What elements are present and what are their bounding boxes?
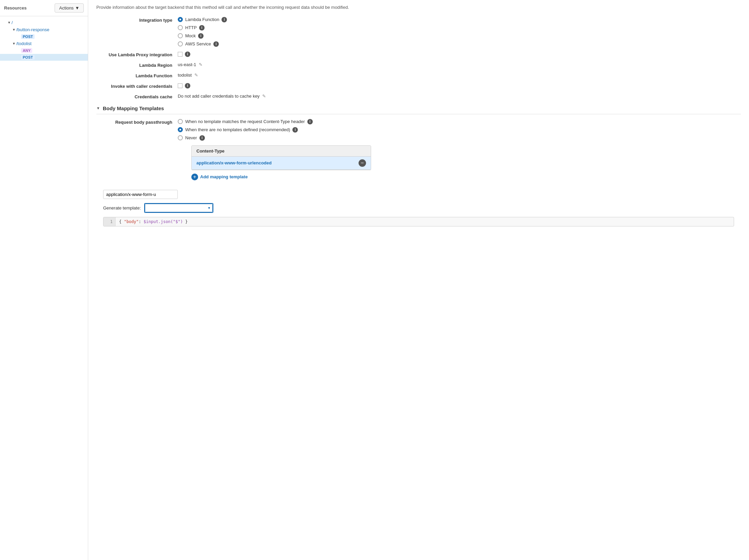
content-type-table-header: Content-Type — [192, 146, 371, 157]
lambda-proxy-label: Use Lambda Proxy integration — [96, 52, 178, 57]
body-mapping-section-title: ▼ Body Mapping Templates — [96, 105, 741, 114]
radio-lambda[interactable]: Lambda Function i — [178, 17, 741, 22]
passthrough-radio-group: When no template matches the request Con… — [178, 119, 741, 141]
tree-item-button-response-post[interactable]: ▶ POST — [0, 33, 88, 40]
invoke-credentials-content: i — [178, 83, 741, 88]
code-brace-open: { — [119, 219, 124, 224]
lambda-region-content: us-east-1 ✎ — [178, 62, 741, 67]
add-template-icon: + — [191, 174, 198, 180]
code-colon: : — [139, 219, 143, 224]
lambda-region-label: Lambda Region — [96, 62, 178, 68]
info-icon-http[interactable]: i — [199, 25, 205, 31]
radio-no-match-circle — [178, 119, 183, 124]
tree-item-todolist-any[interactable]: ▶ ANY — [0, 47, 88, 54]
integration-type-radio-group: Lambda Function i HTTP i Mock i AWS Serv… — [178, 17, 741, 47]
radio-lambda-label: Lambda Function — [185, 17, 219, 22]
info-icon-passthrough2[interactable]: i — [292, 127, 298, 133]
code-input-json: $input.json("$") — [143, 219, 183, 224]
content-type-input[interactable] — [103, 190, 178, 199]
passthrough-label: Request body passthrough — [96, 119, 178, 125]
sidebar-title: Resources — [4, 5, 26, 11]
passthrough-no-match-label: When no template matches the request Con… — [185, 119, 305, 124]
main-content: Provide information about the target bac… — [88, 0, 749, 560]
radio-mock-label: Mock — [185, 33, 196, 38]
radio-http-label: HTTP — [185, 25, 197, 30]
credentials-cache-label: Credentials cache — [96, 94, 178, 99]
passthrough-option-never[interactable]: Never i — [178, 135, 741, 141]
integration-type-row: Integration type Lambda Function i HTTP … — [96, 17, 741, 47]
radio-no-template-circle — [178, 127, 183, 132]
content-type-header-label: Content-Type — [196, 148, 225, 154]
resource-tree: ▼ / ▼ /button-response ▶ POST ▼ /todolis… — [0, 16, 88, 63]
lambda-function-row: Lambda Function todolist ✎ — [96, 73, 741, 78]
passthrough-options: When no template matches the request Con… — [178, 119, 741, 180]
edit-credentials-cache-icon[interactable]: ✎ — [262, 94, 266, 99]
lambda-function-content: todolist ✎ — [178, 73, 741, 78]
info-icon-passthrough1[interactable]: i — [307, 119, 313, 124]
lambda-proxy-row: Use Lambda Proxy integration i — [96, 52, 741, 57]
lambda-proxy-checkbox[interactable] — [178, 52, 183, 57]
line-content-1[interactable]: { "body": $input.json("$") } — [116, 217, 191, 226]
code-editor: 1 { "body": $input.json("$") } — [103, 217, 734, 226]
invoke-credentials-checkbox[interactable] — [178, 83, 183, 88]
method-badge-post-selected: POST — [21, 55, 35, 60]
line-number-1: 1 — [103, 217, 116, 226]
passthrough-option-no-match[interactable]: When no template matches the request Con… — [178, 119, 741, 124]
passthrough-row: Request body passthrough When no templat… — [96, 119, 741, 180]
radio-mock[interactable]: Mock i — [178, 33, 741, 39]
invoke-credentials-label: Invoke with caller credentials — [96, 83, 178, 89]
remove-content-type-button[interactable]: − — [359, 159, 366, 167]
credentials-cache-value: Do not add caller credentials to cache k… — [178, 94, 260, 99]
info-icon-mock[interactable]: i — [198, 33, 204, 39]
lambda-function-value: todolist — [178, 73, 192, 78]
generate-template-label: Generate template: — [103, 205, 141, 211]
sidebar: Resources Actions ▼ ▼ / ▼ /button-respon… — [0, 0, 88, 560]
add-mapping-template[interactable]: + Add mapping template — [191, 174, 741, 180]
passthrough-no-template-label: When there are no templates defined (rec… — [185, 127, 290, 132]
radio-http[interactable]: HTTP i — [178, 25, 741, 31]
radio-aws-service[interactable]: AWS Service i — [178, 41, 741, 47]
radio-aws-label: AWS Service — [185, 41, 211, 46]
edit-lambda-region-icon[interactable]: ✎ — [199, 62, 203, 67]
credentials-cache-row: Credentials cache Do not add caller cred… — [96, 94, 741, 99]
tree-item-button-response[interactable]: ▼ /button-response — [0, 26, 88, 33]
method-badge-post: POST — [21, 34, 35, 39]
integration-type-label: Integration type — [96, 17, 178, 23]
section-title-text: Body Mapping Templates — [103, 105, 164, 111]
sidebar-header: Resources Actions ▼ — [0, 0, 88, 16]
actions-button[interactable]: Actions ▼ — [55, 3, 84, 13]
section-arrow-icon[interactable]: ▼ — [96, 106, 100, 110]
method-badge-any: ANY — [21, 48, 32, 53]
tree-label-button-response: /button-response — [16, 27, 85, 32]
lambda-region-row: Lambda Region us-east-1 ✎ — [96, 62, 741, 68]
info-icon-proxy[interactable]: i — [185, 52, 190, 57]
code-body-key: "body" — [124, 219, 138, 224]
code-brace-close: } — [183, 219, 188, 224]
tree-item-todolist[interactable]: ▼ /todolist — [0, 40, 88, 47]
content-type-input-section — [103, 185, 741, 199]
passthrough-never-label: Never — [185, 135, 197, 140]
tree-item-todolist-post[interactable]: ▶ POST — [0, 54, 88, 61]
add-template-label: Add mapping template — [200, 174, 248, 179]
info-icon-lambda[interactable]: i — [222, 17, 227, 22]
info-icon-passthrough3[interactable]: i — [199, 135, 205, 141]
passthrough-option-no-template[interactable]: When there are no templates defined (rec… — [178, 127, 741, 133]
info-icon-credentials[interactable]: i — [185, 83, 190, 88]
expand-icon: ▼ — [7, 21, 12, 24]
radio-never-circle — [178, 135, 183, 140]
tree-label-todolist: /todolist — [16, 41, 85, 46]
generate-template-select-wrapper — [144, 203, 213, 213]
content-type-row[interactable]: application/x-www-form-urlencoded − — [192, 157, 371, 170]
content-type-table: Content-Type application/x-www-form-urle… — [191, 145, 371, 170]
edit-lambda-function-icon[interactable]: ✎ — [194, 73, 198, 78]
content-type-value[interactable]: application/x-www-form-urlencoded — [196, 160, 359, 165]
info-icon-aws[interactable]: i — [213, 41, 219, 47]
radio-mock-circle — [178, 33, 183, 38]
generate-template-select[interactable] — [145, 204, 213, 212]
lambda-function-label: Lambda Function — [96, 73, 178, 78]
expand-icon: ▼ — [12, 28, 16, 32]
tree-item-root[interactable]: ▼ / — [0, 19, 88, 26]
radio-http-circle — [178, 25, 183, 30]
description-text: Provide information about the target bac… — [96, 4, 741, 11]
lambda-proxy-content: i — [178, 52, 741, 57]
